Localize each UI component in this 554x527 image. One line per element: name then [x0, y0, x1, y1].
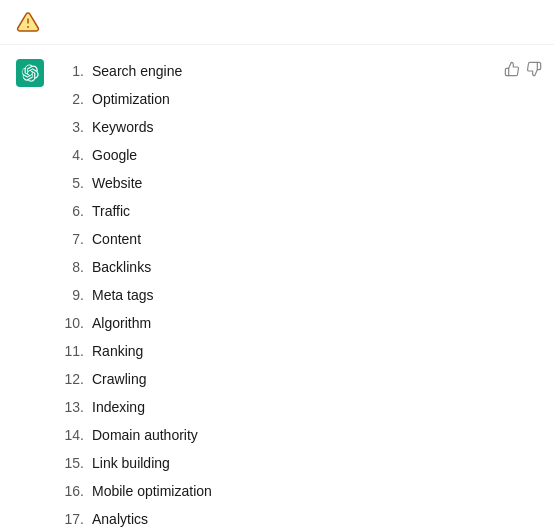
- item-text: Content: [92, 229, 141, 250]
- list-item: 14.Domain authority: [60, 421, 488, 449]
- item-text: Indexing: [92, 397, 145, 418]
- list-item: 7.Content: [60, 225, 488, 253]
- item-number: 9.: [60, 285, 92, 306]
- item-number: 5.: [60, 173, 92, 194]
- item-text: Website: [92, 173, 142, 194]
- item-number: 10.: [60, 313, 92, 334]
- list-col: 1.Search engine2.Optimization3.Keywords4…: [60, 57, 504, 527]
- item-number: 4.: [60, 145, 92, 166]
- item-number: 6.: [60, 201, 92, 222]
- list-item: 9.Meta tags: [60, 281, 488, 309]
- thumbs-down-button[interactable]: [526, 59, 542, 79]
- avatar: [16, 59, 44, 87]
- list-item: 3.Keywords: [60, 113, 488, 141]
- item-text: Algorithm: [92, 313, 151, 334]
- item-text: Mobile optimization: [92, 481, 212, 502]
- item-text: Traffic: [92, 201, 130, 222]
- list-item: 17.Analytics: [60, 505, 488, 527]
- item-text: Optimization: [92, 89, 170, 110]
- list-item: 8.Backlinks: [60, 253, 488, 281]
- item-text: Analytics: [92, 509, 148, 528]
- item-number: 14.: [60, 425, 92, 446]
- list-item: 11.Ranking: [60, 337, 488, 365]
- item-number: 8.: [60, 257, 92, 278]
- main-content: 1.Search engine2.Optimization3.Keywords4…: [0, 45, 554, 527]
- avatar-col: [0, 57, 60, 527]
- item-text: Crawling: [92, 369, 146, 390]
- item-text: Ranking: [92, 341, 143, 362]
- list-item: 1.Search engine: [60, 57, 488, 85]
- item-number: 11.: [60, 341, 92, 362]
- item-number: 16.: [60, 481, 92, 502]
- item-text: Meta tags: [92, 285, 153, 306]
- list-item: 4.Google: [60, 141, 488, 169]
- item-number: 12.: [60, 369, 92, 390]
- item-number: 15.: [60, 453, 92, 474]
- item-text: Backlinks: [92, 257, 151, 278]
- list-item: 15.Link building: [60, 449, 488, 477]
- list-item: 16.Mobile optimization: [60, 477, 488, 505]
- top-bar: [0, 0, 554, 45]
- item-text: Domain authority: [92, 425, 198, 446]
- list-item: 12.Crawling: [60, 365, 488, 393]
- thumbs-up-button[interactable]: [504, 59, 520, 79]
- item-number: 17.: [60, 509, 92, 528]
- list-item: 6.Traffic: [60, 197, 488, 225]
- list-item: 10.Algorithm: [60, 309, 488, 337]
- item-number: 7.: [60, 229, 92, 250]
- item-text: Search engine: [92, 61, 182, 82]
- warning-icon: [16, 10, 40, 34]
- actions-col: [504, 57, 554, 527]
- item-number: 3.: [60, 117, 92, 138]
- list-item: 13.Indexing: [60, 393, 488, 421]
- item-text: Link building: [92, 453, 170, 474]
- item-text: Keywords: [92, 117, 153, 138]
- lsi-list: 1.Search engine2.Optimization3.Keywords4…: [60, 57, 488, 527]
- item-number: 2.: [60, 89, 92, 110]
- item-number: 1.: [60, 61, 92, 82]
- item-number: 13.: [60, 397, 92, 418]
- list-item: 5.Website: [60, 169, 488, 197]
- list-item: 2.Optimization: [60, 85, 488, 113]
- item-text: Google: [92, 145, 137, 166]
